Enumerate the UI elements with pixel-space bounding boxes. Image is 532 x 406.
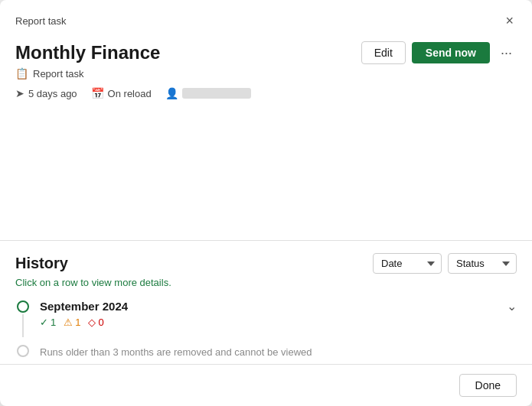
title-actions: Edit Send now ···	[361, 41, 517, 64]
date-filter[interactable]: Date	[373, 253, 442, 274]
sent-ago-item: ➤ 5 days ago	[15, 87, 77, 99]
success-count: 1	[51, 317, 56, 328]
status-filter[interactable]: Status	[448, 253, 517, 274]
modal-header-title: Report task	[15, 15, 66, 27]
warning-count: 1	[75, 317, 80, 328]
send-now-button[interactable]: Send now	[412, 42, 490, 63]
more-options-button[interactable]: ···	[496, 43, 517, 63]
click-hint-link[interactable]: Click on a row to view more details.	[15, 277, 171, 288]
close-button[interactable]: ×	[502, 12, 517, 29]
timeline-item-sep2024[interactable]: September 2024 ⌄ ✓ 1 ⚠ 1 ◇	[15, 299, 517, 343]
timeline-content-sep2024: September 2024 ⌄ ✓ 1 ⚠ 1 ◇	[40, 299, 517, 328]
stat-success: ✓ 1	[40, 317, 56, 328]
reload-label: On reload	[108, 88, 152, 99]
older-notice: Runs older than 3 months are removed and…	[40, 346, 517, 358]
history-section: History Date Status Click on a row to vi…	[0, 241, 532, 364]
timeline-dot-col-older	[15, 343, 31, 357]
timeline-content-older: Runs older than 3 months are removed and…	[40, 343, 517, 358]
filter-row: Date Status	[373, 253, 517, 274]
meta-row: ➤ 5 days ago 📅 On reload 👤	[15, 87, 517, 99]
user-avatar-placeholder	[182, 88, 251, 99]
history-header: History Date Status	[15, 253, 517, 274]
sent-ago-label: 5 days ago	[28, 88, 77, 99]
timeline-dot-active	[17, 300, 29, 313]
title-row: Monthly Finance Edit Send now ···	[15, 41, 517, 64]
content-area: Monthly Finance Edit Send now ··· 📋 Repo…	[0, 35, 532, 240]
skipped-count: 0	[98, 317, 103, 328]
click-hint: Click on a row to view more details.	[15, 277, 517, 288]
timeline-month: September 2024 ⌄	[40, 299, 517, 313]
user-item: 👤	[165, 87, 251, 99]
stat-warning: ⚠ 1	[64, 317, 80, 328]
calendar-icon: 📅	[91, 87, 104, 99]
history-title: History	[15, 255, 68, 272]
report-subtitle: Report task	[33, 68, 83, 80]
warning-icon: ⚠	[64, 317, 73, 328]
reload-item: 📅 On reload	[91, 87, 152, 99]
timeline-item-older: Runs older than 3 months are removed and…	[15, 343, 517, 364]
check-icon: ✓	[40, 317, 48, 328]
edit-button[interactable]: Edit	[361, 41, 406, 64]
report-title: Monthly Finance	[15, 42, 160, 63]
expand-button[interactable]: ⌄	[507, 299, 517, 313]
user-icon: 👤	[165, 87, 178, 99]
modal-header: Report task ×	[0, 0, 532, 35]
done-button[interactable]: Done	[459, 374, 517, 397]
report-task-icon: 📋	[15, 67, 28, 80]
timeline: September 2024 ⌄ ✓ 1 ⚠ 1 ◇	[15, 299, 517, 364]
diamond-icon: ◇	[88, 317, 96, 328]
timeline-dot-col	[15, 299, 31, 337]
report-task-modal: Report task × Monthly Finance Edit Send …	[0, 0, 532, 406]
stat-skipped: ◇ 0	[88, 317, 103, 328]
timeline-stats: ✓ 1 ⚠ 1 ◇ 0	[40, 317, 517, 328]
modal-footer: Done	[0, 364, 532, 406]
send-icon: ➤	[15, 87, 24, 99]
timeline-dot-older	[17, 345, 29, 357]
timeline-line	[22, 314, 24, 337]
month-label: September 2024	[40, 300, 128, 313]
subtitle-row: 📋 Report task	[15, 67, 517, 80]
